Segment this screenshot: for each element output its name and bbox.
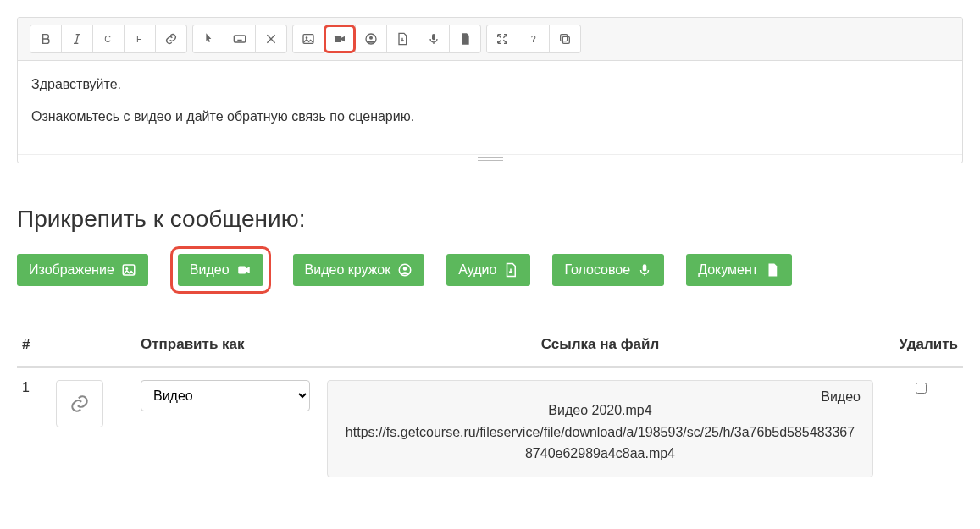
th-delete: Удалить — [878, 328, 963, 367]
file-audio-icon — [503, 262, 518, 278]
attach-video-label: Видео — [190, 262, 230, 278]
file-url: https://fs.getcourse.ru/fileservice/file… — [343, 422, 857, 465]
copy-btn[interactable] — [549, 25, 581, 53]
th-link: Ссылка на файл — [322, 328, 878, 367]
mic-icon — [637, 262, 652, 278]
editor-content[interactable]: Здравствуйте. Ознакомьтесь с видео и дай… — [18, 61, 962, 154]
help-btn[interactable] — [518, 25, 550, 53]
attach-voice-label: Голосовое — [564, 262, 630, 278]
image-btn[interactable] — [292, 25, 324, 53]
th-index: # — [17, 328, 51, 367]
editor-resize-handle[interactable] — [18, 154, 962, 163]
attach-video-highlight: Видео — [170, 246, 271, 294]
attach-image-label: Изображение — [29, 262, 114, 278]
user-btn[interactable] — [355, 25, 387, 53]
video-icon — [236, 262, 252, 278]
expand-icon — [496, 32, 509, 46]
file-audio-icon — [396, 32, 409, 46]
pointer-btn[interactable] — [192, 25, 224, 53]
question-icon — [527, 32, 540, 46]
times-icon — [264, 32, 278, 46]
attach-image-button[interactable]: Изображение — [17, 254, 148, 286]
attach-section-title: Прикрепить к сообщению: — [17, 206, 963, 233]
editor-panel: Здравствуйте. Ознакомьтесь с видео и дай… — [17, 17, 963, 163]
file-icon — [765, 262, 780, 278]
letter-f-icon — [133, 32, 147, 46]
letter-c-icon — [102, 32, 115, 46]
bold-icon — [39, 32, 53, 46]
editor-toolbar — [18, 18, 962, 61]
editor-line-1: Здравствуйте. — [31, 74, 949, 95]
doc-btn[interactable] — [449, 25, 481, 53]
attach-audio-label: Аудио — [458, 262, 496, 278]
audiofile-btn[interactable] — [386, 25, 418, 53]
delete-checkbox[interactable] — [916, 383, 927, 394]
user-icon — [397, 262, 412, 278]
attachments-table: # Отправить как Ссылка на файл Удалить 1… — [17, 328, 963, 489]
file-name: Видео 2020.mp4 — [343, 400, 857, 422]
attach-doc-button[interactable]: Документ — [686, 254, 792, 286]
expand-btn[interactable] — [486, 25, 518, 53]
attach-doc-label: Документ — [698, 262, 758, 278]
attach-voice-button[interactable]: Голосовое — [552, 254, 664, 286]
file-type-label: Видео — [821, 386, 861, 408]
th-send-as: Отправить как — [136, 328, 322, 367]
pointer-icon — [202, 32, 215, 46]
image-icon — [302, 32, 315, 46]
link-icon — [69, 393, 91, 415]
image-icon — [121, 262, 136, 278]
mic-icon — [427, 32, 440, 46]
link-icon — [164, 32, 178, 46]
attach-circle-button[interactable]: Видео кружок — [293, 254, 425, 286]
keyboard-btn[interactable] — [224, 25, 256, 53]
send-as-select[interactable]: Видео — [141, 380, 310, 411]
link-btn[interactable] — [155, 25, 187, 53]
table-row: 1 Видео Видео Видео 2020.mp4 https://fs.… — [17, 367, 963, 489]
attach-circle-label: Видео кружок — [305, 262, 391, 278]
attach-buttons-row: ИзображениеВидеоВидео кружокАудиоГолосов… — [17, 246, 963, 294]
file-card[interactable]: Видео Видео 2020.mp4 https://fs.getcours… — [327, 380, 873, 477]
remove-btn[interactable] — [255, 25, 287, 53]
user-icon — [364, 32, 378, 46]
editor-line-2: Ознакомьтесь с видео и дайте обратную св… — [31, 107, 949, 127]
keyboard-icon — [233, 32, 246, 46]
row-index: 1 — [17, 367, 51, 489]
mic-btn[interactable] — [418, 25, 450, 53]
copy-icon — [558, 32, 572, 46]
f-btn[interactable] — [124, 25, 156, 53]
attach-audio-button[interactable]: Аудио — [446, 254, 530, 286]
video-btn[interactable] — [324, 25, 356, 53]
italic-icon — [70, 32, 84, 46]
italic-btn[interactable] — [61, 25, 93, 53]
file-link-icon-button[interactable] — [56, 380, 103, 427]
video-icon — [333, 32, 346, 46]
attach-video-button[interactable]: Видео — [178, 254, 263, 286]
bold-btn[interactable] — [30, 25, 62, 53]
file-icon — [458, 32, 472, 46]
c-btn[interactable] — [92, 25, 125, 53]
